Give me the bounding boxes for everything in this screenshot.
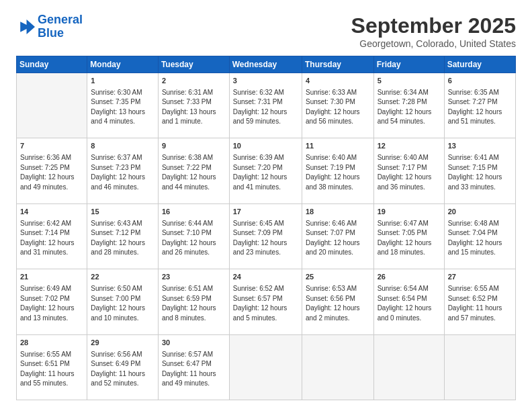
day-number: 28 xyxy=(20,338,83,349)
calendar-cell: 26Sunrise: 6:54 AM Sunset: 6:54 PM Dayli… xyxy=(373,269,444,334)
calendar-cell: 24Sunrise: 6:52 AM Sunset: 6:57 PM Dayli… xyxy=(229,269,302,334)
day-number: 14 xyxy=(20,207,83,218)
calendar-cell xyxy=(302,334,373,400)
day-number: 22 xyxy=(91,272,154,283)
calendar-cell: 28Sunrise: 6:55 AM Sunset: 6:51 PM Dayli… xyxy=(17,334,87,400)
cell-content: Sunrise: 6:55 AM Sunset: 6:51 PM Dayligh… xyxy=(20,350,83,389)
calendar-cell xyxy=(17,73,87,138)
day-number: 2 xyxy=(162,76,226,87)
calendar-cell: 6Sunrise: 6:35 AM Sunset: 7:27 PM Daylig… xyxy=(444,73,515,138)
week-row-2: 7Sunrise: 6:36 AM Sunset: 7:25 PM Daylig… xyxy=(17,138,516,203)
calendar-cell xyxy=(373,334,444,400)
day-number: 12 xyxy=(378,141,441,152)
week-row-4: 21Sunrise: 6:49 AM Sunset: 7:02 PM Dayli… xyxy=(17,269,516,334)
calendar-cell: 25Sunrise: 6:53 AM Sunset: 6:56 PM Dayli… xyxy=(302,269,373,334)
calendar-cell: 19Sunrise: 6:47 AM Sunset: 7:05 PM Dayli… xyxy=(373,203,444,269)
cell-content: Sunrise: 6:33 AM Sunset: 7:30 PM Dayligh… xyxy=(306,88,370,127)
weekday-header-tuesday: Tuesday xyxy=(158,56,229,73)
day-number: 10 xyxy=(233,141,298,152)
day-number: 27 xyxy=(448,272,512,283)
calendar-cell: 23Sunrise: 6:51 AM Sunset: 6:59 PM Dayli… xyxy=(158,269,229,334)
location: Georgetown, Colorado, United States xyxy=(351,38,516,49)
calendar-cell: 4Sunrise: 6:33 AM Sunset: 7:30 PM Daylig… xyxy=(302,73,373,138)
cell-content: Sunrise: 6:37 AM Sunset: 7:23 PM Dayligh… xyxy=(91,153,154,192)
day-number: 17 xyxy=(233,207,298,218)
cell-content: Sunrise: 6:31 AM Sunset: 7:33 PM Dayligh… xyxy=(162,88,226,127)
calendar-cell: 14Sunrise: 6:42 AM Sunset: 7:14 PM Dayli… xyxy=(17,203,87,269)
calendar-cell xyxy=(444,334,515,400)
cell-content: Sunrise: 6:35 AM Sunset: 7:27 PM Dayligh… xyxy=(448,88,512,127)
day-number: 1 xyxy=(91,76,154,87)
header: General Blue September 2025 Georgetown, … xyxy=(16,13,516,49)
day-number: 3 xyxy=(233,76,298,87)
day-number: 24 xyxy=(233,272,298,283)
day-number: 26 xyxy=(378,272,441,283)
cell-content: Sunrise: 6:41 AM Sunset: 7:15 PM Dayligh… xyxy=(448,153,512,192)
day-number: 20 xyxy=(448,207,512,218)
calendar-cell: 2Sunrise: 6:31 AM Sunset: 7:33 PM Daylig… xyxy=(158,73,229,138)
calendar-cell: 16Sunrise: 6:44 AM Sunset: 7:10 PM Dayli… xyxy=(158,203,229,269)
calendar-cell: 12Sunrise: 6:40 AM Sunset: 7:17 PM Dayli… xyxy=(373,138,444,203)
day-number: 19 xyxy=(378,207,441,218)
cell-content: Sunrise: 6:45 AM Sunset: 7:09 PM Dayligh… xyxy=(233,219,298,258)
weekday-header-thursday: Thursday xyxy=(302,56,373,73)
cell-content: Sunrise: 6:40 AM Sunset: 7:19 PM Dayligh… xyxy=(306,153,370,192)
weekday-header-friday: Friday xyxy=(373,56,444,73)
month-title: September 2025 xyxy=(351,13,516,38)
day-number: 8 xyxy=(91,141,154,152)
calendar-cell: 1Sunrise: 6:30 AM Sunset: 7:35 PM Daylig… xyxy=(87,73,159,138)
cell-content: Sunrise: 6:44 AM Sunset: 7:10 PM Dayligh… xyxy=(162,219,226,258)
cell-content: Sunrise: 6:52 AM Sunset: 6:57 PM Dayligh… xyxy=(233,284,298,323)
day-number: 9 xyxy=(162,141,226,152)
cell-content: Sunrise: 6:38 AM Sunset: 7:22 PM Dayligh… xyxy=(162,153,226,192)
calendar-cell: 20Sunrise: 6:48 AM Sunset: 7:04 PM Dayli… xyxy=(444,203,515,269)
page: General Blue September 2025 Georgetown, … xyxy=(0,0,532,411)
cell-content: Sunrise: 6:57 AM Sunset: 6:47 PM Dayligh… xyxy=(162,350,226,389)
day-number: 25 xyxy=(306,272,370,283)
calendar-cell: 15Sunrise: 6:43 AM Sunset: 7:12 PM Dayli… xyxy=(87,203,159,269)
week-row-3: 14Sunrise: 6:42 AM Sunset: 7:14 PM Dayli… xyxy=(17,203,516,269)
day-number: 21 xyxy=(20,272,83,283)
day-number: 15 xyxy=(91,207,154,218)
weekday-header-saturday: Saturday xyxy=(444,56,515,73)
day-number: 11 xyxy=(306,141,370,152)
day-number: 4 xyxy=(306,76,370,87)
day-number: 18 xyxy=(306,207,370,218)
cell-content: Sunrise: 6:55 AM Sunset: 6:52 PM Dayligh… xyxy=(448,284,512,323)
day-number: 23 xyxy=(162,272,226,283)
cell-content: Sunrise: 6:39 AM Sunset: 7:20 PM Dayligh… xyxy=(233,153,298,192)
logo-icon xyxy=(16,17,35,36)
calendar-cell: 17Sunrise: 6:45 AM Sunset: 7:09 PM Dayli… xyxy=(229,203,302,269)
calendar-cell xyxy=(229,334,302,400)
calendar-cell: 18Sunrise: 6:46 AM Sunset: 7:07 PM Dayli… xyxy=(302,203,373,269)
calendar-cell: 11Sunrise: 6:40 AM Sunset: 7:19 PM Dayli… xyxy=(302,138,373,203)
cell-content: Sunrise: 6:30 AM Sunset: 7:35 PM Dayligh… xyxy=(91,88,154,127)
cell-content: Sunrise: 6:46 AM Sunset: 7:07 PM Dayligh… xyxy=(306,219,370,258)
day-number: 6 xyxy=(448,76,512,87)
weekday-header-sunday: Sunday xyxy=(17,56,87,73)
cell-content: Sunrise: 6:51 AM Sunset: 6:59 PM Dayligh… xyxy=(162,284,226,323)
cell-content: Sunrise: 6:36 AM Sunset: 7:25 PM Dayligh… xyxy=(20,153,83,192)
cell-content: Sunrise: 6:54 AM Sunset: 6:54 PM Dayligh… xyxy=(378,284,441,323)
calendar-cell: 21Sunrise: 6:49 AM Sunset: 7:02 PM Dayli… xyxy=(17,269,87,334)
calendar-cell: 27Sunrise: 6:55 AM Sunset: 6:52 PM Dayli… xyxy=(444,269,515,334)
cell-content: Sunrise: 6:50 AM Sunset: 7:00 PM Dayligh… xyxy=(91,284,154,323)
cell-content: Sunrise: 6:34 AM Sunset: 7:28 PM Dayligh… xyxy=(378,88,441,127)
week-row-1: 1Sunrise: 6:30 AM Sunset: 7:35 PM Daylig… xyxy=(17,73,516,138)
calendar-cell: 9Sunrise: 6:38 AM Sunset: 7:22 PM Daylig… xyxy=(158,138,229,203)
calendar-cell: 7Sunrise: 6:36 AM Sunset: 7:25 PM Daylig… xyxy=(17,138,87,203)
cell-content: Sunrise: 6:43 AM Sunset: 7:12 PM Dayligh… xyxy=(91,219,154,258)
cell-content: Sunrise: 6:48 AM Sunset: 7:04 PM Dayligh… xyxy=(448,219,512,258)
cell-content: Sunrise: 6:32 AM Sunset: 7:31 PM Dayligh… xyxy=(233,88,298,127)
calendar-cell: 29Sunrise: 6:56 AM Sunset: 6:49 PM Dayli… xyxy=(87,334,159,400)
calendar-cell: 5Sunrise: 6:34 AM Sunset: 7:28 PM Daylig… xyxy=(373,73,444,138)
calendar-cell: 8Sunrise: 6:37 AM Sunset: 7:23 PM Daylig… xyxy=(87,138,159,203)
day-number: 30 xyxy=(162,338,226,349)
cell-content: Sunrise: 6:40 AM Sunset: 7:17 PM Dayligh… xyxy=(378,153,441,192)
calendar-table: SundayMondayTuesdayWednesdayThursdayFrid… xyxy=(16,56,516,400)
calendar-cell: 30Sunrise: 6:57 AM Sunset: 6:47 PM Dayli… xyxy=(158,334,229,400)
day-number: 7 xyxy=(20,141,83,152)
cell-content: Sunrise: 6:47 AM Sunset: 7:05 PM Dayligh… xyxy=(378,219,441,258)
cell-content: Sunrise: 6:49 AM Sunset: 7:02 PM Dayligh… xyxy=(20,284,83,323)
week-row-5: 28Sunrise: 6:55 AM Sunset: 6:51 PM Dayli… xyxy=(17,334,516,400)
